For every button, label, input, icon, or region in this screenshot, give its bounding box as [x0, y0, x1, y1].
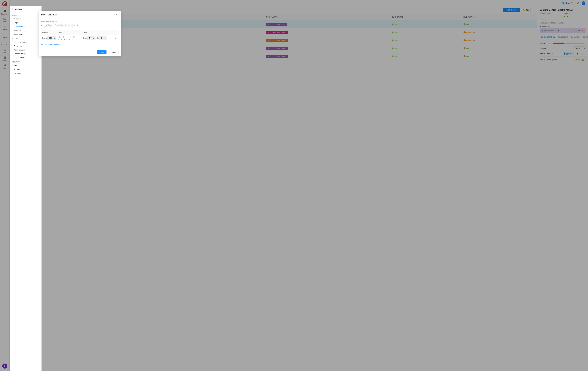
- modal-title: Power Schedule: [41, 14, 57, 16]
- policy-name-row: ‹ Enter Power Policy ✏️: [41, 23, 118, 27]
- schedule-delete-button[interactable]: 🗑: [115, 37, 116, 39]
- settings-panel: ⚙ Settings Displays Transition Logo Powe…: [10, 6, 42, 371]
- hour-select[interactable]: 0 1 2: [87, 36, 95, 40]
- modal-body: POWER POLICY NAME ‹ Enter Power Policy ✏…: [39, 18, 121, 48]
- col-days: Days: [57, 30, 82, 35]
- day-saturday[interactable]: S: [72, 36, 74, 40]
- settings-api-token[interactable]: API Token: [12, 32, 39, 36]
- settings-ip-filter[interactable]: IP Filter: [12, 67, 39, 71]
- settings-user-accounts[interactable]: User Accounts: [12, 56, 39, 60]
- min-separator: : Min: [95, 37, 99, 39]
- settings-transition[interactable]: Transition: [12, 17, 39, 21]
- settings-eventlog[interactable]: EventLog: [12, 71, 39, 75]
- settings-preference[interactable]: Preference: [12, 44, 39, 48]
- day-tuesday[interactable]: T: [61, 36, 62, 40]
- schedule-row: Power OFF ON M: [41, 35, 118, 42]
- settings-title: Settings: [14, 8, 22, 11]
- modal-footer: Save Delete: [39, 48, 121, 56]
- settings-header: ⚙ Settings: [10, 8, 42, 12]
- settings-displays-section: Displays Transition Logo Power Schedule …: [10, 13, 42, 37]
- delete-button[interactable]: Delete: [108, 50, 118, 54]
- hour-label: Hour: [83, 37, 87, 39]
- settings-mfa[interactable]: MFA: [12, 64, 39, 67]
- settings-session-history[interactable]: Session History: [12, 52, 39, 56]
- plus-circle-icon: ⊕: [41, 44, 43, 45]
- modal-header: Power Schedule ✕: [39, 11, 121, 18]
- settings-active-session[interactable]: Active Session: [12, 48, 39, 52]
- settings-passcode[interactable]: Passcode: [12, 29, 39, 32]
- policy-name-placeholder: Enter Power Policy: [43, 23, 75, 27]
- time-row: Hour 0 1 2 : Min 0 15 30: [83, 36, 113, 40]
- policy-name-label: POWER POLICY NAME: [41, 21, 118, 22]
- settings-security-section: Security MFA IP Filter EventLog: [10, 60, 42, 76]
- policy-name-section: POWER POLICY NAME ‹ Enter Power Policy ✏…: [41, 21, 118, 27]
- settings-change-password[interactable]: Change Password: [12, 40, 39, 44]
- settings-accounts-section: Accounts Change Password Preference Acti…: [10, 37, 42, 60]
- day-sunday[interactable]: S: [74, 36, 76, 40]
- settings-gear-icon: ⚙: [12, 8, 13, 11]
- policy-name-edit-button[interactable]: ✏️: [76, 24, 79, 27]
- schedule-table: ON/OFF Days Time Power OFF: [41, 30, 118, 42]
- day-monday[interactable]: M: [58, 36, 60, 40]
- power-select[interactable]: OFF ON: [47, 36, 56, 40]
- modal-overlay[interactable]: ⚙ Settings Displays Transition Logo Powe…: [0, 0, 588, 371]
- save-button[interactable]: Save: [97, 50, 107, 54]
- add-power-schedule-button[interactable]: ⊕ Add Power Schedule: [41, 44, 60, 45]
- min-select[interactable]: 0 15 30 45: [99, 36, 106, 40]
- close-icon: ✕: [116, 13, 118, 16]
- col-time: Time: [82, 30, 114, 35]
- power-label: Power: [42, 37, 47, 39]
- day-friday[interactable]: F: [69, 36, 71, 40]
- modal-close-button[interactable]: ✕: [115, 13, 118, 17]
- day-wednesday[interactable]: W: [63, 36, 65, 40]
- back-arrow-icon[interactable]: ‹: [41, 23, 42, 27]
- days-row: M T W T: [58, 36, 81, 40]
- power-schedule-modal: Power Schedule ✕ POWER POLICY NAME ‹ Ent…: [39, 11, 121, 56]
- settings-power-schedule[interactable]: Power Schedule: [12, 25, 39, 29]
- col-on-off: ON/OFF: [41, 30, 57, 35]
- settings-logo[interactable]: Logo: [12, 21, 39, 25]
- day-thursday[interactable]: T: [66, 36, 68, 40]
- edit-pencil-icon: ✏️: [76, 24, 79, 26]
